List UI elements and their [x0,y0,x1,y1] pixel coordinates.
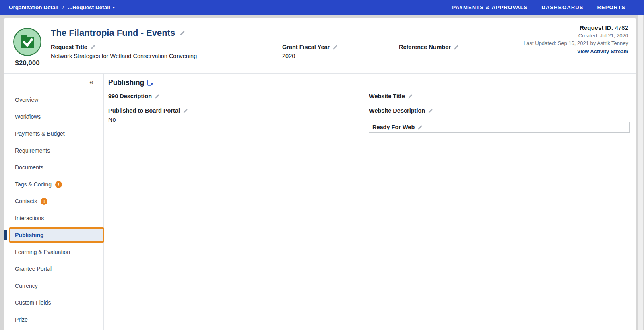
field-value: Network Strategies for Wetland Conservat… [51,53,197,59]
edit-pencil-icon[interactable] [183,108,188,113]
edit-pencil-icon[interactable] [155,94,160,99]
sidebar-item-overview[interactable]: Overview [4,91,103,108]
sidebar-item-label: Workflows [15,113,41,120]
sidebar-item-label: Custom Fields [15,299,51,306]
field-value: 2020 [282,53,338,59]
sidebar-item-requirements[interactable]: Requirements [4,142,103,159]
top-nav-links: PAYMENTS & APPROVALS DASHBOARDS REPORTS [452,4,625,10]
sidebar-item-label: Contacts [15,198,37,204]
sidebar-item-label: Currency [15,283,38,289]
request-id-label: Request ID: [580,24,613,31]
sidebar-item-label: Requirements [15,147,50,154]
edit-pencil-icon[interactable] [90,45,95,50]
sidebar-item-label: Documents [15,164,43,171]
note-icon[interactable] [147,79,154,86]
sidebar-item-label: Publishing [15,232,44,238]
edit-pencil-icon[interactable] [408,94,413,99]
field-label: Website Title [369,93,405,99]
sidebar-item-label: Tags & Coding [15,181,52,188]
field-grant-fiscal-year: Grant Fiscal Year 2020 [282,44,338,59]
alert-badge-icon: ! [41,198,47,205]
nav-reports[interactable]: REPORTS [597,4,625,10]
field-ready-for-web: Ready For Web [369,122,630,133]
publishing-panel: Publishing 990 Description Published to … [104,74,636,330]
field-website-title: Website Title [369,93,413,99]
breadcrumb-organization-detail[interactable]: Organization Detail [9,4,58,10]
request-header: $20,000 The Filantropia Fund - Events Re… [4,18,636,74]
nav-dashboards[interactable]: DASHBOARDS [541,4,583,10]
sidebar-item-label: Overview [15,97,38,103]
nav-payments-approvals[interactable]: PAYMENTS & APPROVALS [452,4,528,10]
sidebar-item-documents[interactable]: Documents [4,159,103,176]
request-detail-card: $20,000 The Filantropia Fund - Events Re… [4,18,636,330]
field-label: 990 Description [108,93,152,99]
sidebar-item-label: Interactions [15,215,44,221]
section-title: Publishing [108,78,144,87]
approved-folder-check-icon [12,27,42,57]
sidebar-item-interactions[interactable]: Interactions [4,210,103,227]
field-label: Ready For Web [372,124,415,130]
edit-pencil-icon[interactable] [417,125,423,130]
field-990-description: 990 Description [108,93,160,99]
sidebar-item-grantee-portal[interactable]: Grantee Portal [4,260,103,277]
sidebar-collapse-icon[interactable]: « [89,78,94,86]
breadcrumb: Organization Detail / ...Request Detail … [9,4,115,10]
sidebar-item-label: Learning & Evaluation [15,249,70,255]
breadcrumb-request-detail-dropdown[interactable]: ...Request Detail ▾ [68,4,115,10]
sidebar-item-custom-fields[interactable]: Custom Fields [4,294,103,311]
field-label: Website Description [369,107,425,114]
sidebar-item-publishing[interactable]: Publishing [9,227,104,243]
view-activity-stream-link[interactable]: View Activity Stream [577,48,628,54]
field-label: Reference Number [399,44,451,50]
field-label: Request Title [51,44,87,50]
grant-amount: $20,000 [8,59,46,67]
top-navigation-bar: Organization Detail / ...Request Detail … [0,0,644,15]
alert-badge-icon: ! [55,181,62,188]
sidebar-item-label: Prize [15,316,28,323]
sidebar-item-payments-budget[interactable]: Payments & Budget [4,125,103,142]
sidebar-item-currency[interactable]: Currency [4,277,103,294]
chevron-down-icon: ▾ [113,6,115,10]
breadcrumb-separator: / [62,4,64,10]
field-value: No [108,116,188,123]
request-id-value: 4782 [615,24,628,31]
edit-pencil-icon[interactable] [179,30,185,36]
sidebar-item-prize[interactable]: Prize [4,311,103,328]
field-website-description: Website Description [369,107,433,114]
edit-pencil-icon[interactable] [428,108,433,113]
field-reference-number: Reference Number [399,44,459,53]
sidebar: « OverviewWorkflowsPayments & BudgetRequ… [4,74,104,330]
page-scrollbar-track[interactable] [638,15,643,330]
edit-pencil-icon[interactable] [332,45,338,50]
field-published-to-board-portal: Published to Board Portal No [108,107,188,123]
field-request-title: Request Title Network Strategies for Wet… [51,44,197,59]
field-label: Grant Fiscal Year [282,44,330,50]
sidebar-item-label: Grantee Portal [15,266,52,272]
sidebar-item-tags-coding[interactable]: Tags & Coding! [4,176,103,193]
sidebar-item-learning-evaluation[interactable]: Learning & Evaluation [4,243,103,260]
created-date: Created: Jul 21, 2020 [524,32,628,39]
request-meta: Request ID: 4782 Created: Jul 21, 2020 L… [524,23,628,55]
last-updated: Last Updated: Sep 16, 2021 by Astrik Ten… [524,39,628,47]
sidebar-item-workflows[interactable]: Workflows [4,108,103,125]
page-title: The Filantropia Fund - Events [51,28,175,38]
breadcrumb-request-detail-label: ...Request Detail [68,4,110,10]
sidebar-nav-list: OverviewWorkflowsPayments & BudgetRequir… [4,91,103,328]
sidebar-collapse-row: « [4,74,103,90]
sidebar-item-contacts[interactable]: Contacts! [4,193,103,210]
edit-pencil-icon[interactable] [454,45,459,50]
sidebar-item-label: Payments & Budget [15,130,65,137]
field-label: Published to Board Portal [108,107,180,114]
